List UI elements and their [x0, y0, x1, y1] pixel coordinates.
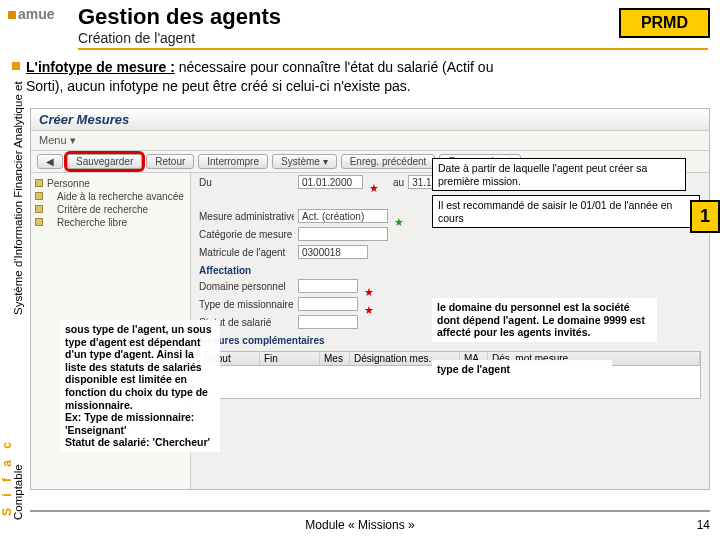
tree-item-3[interactable]: Recherche libre — [35, 216, 186, 229]
folder-icon — [35, 179, 43, 187]
matricule-label: Matricule de l'agent — [199, 247, 294, 258]
categ-label: Catégorie de mesure — [199, 229, 294, 240]
annotation-domaine: le domaine du personnel est la société d… — [432, 298, 657, 342]
mesure-label: Mesure administrative — [199, 211, 294, 222]
grid-col-3: Mes — [320, 352, 350, 365]
missionnaire-input[interactable] — [298, 297, 358, 311]
sap-window-title: Créer Mesures — [31, 109, 709, 131]
categ-input[interactable] — [298, 227, 388, 241]
save-button[interactable]: Sauvegarder — [67, 154, 142, 169]
bullet-text-2: Sorti), aucun infotype ne peut être créé… — [26, 78, 411, 94]
tree-label: Critère de recherche — [57, 204, 148, 215]
prmd-badge: PRMD — [619, 8, 710, 38]
au-label: au — [393, 177, 404, 188]
du-label: Du — [199, 177, 294, 188]
matricule-input[interactable]: 0300018 — [298, 245, 368, 259]
bullet-strong: L'infotype de mesure : — [26, 59, 175, 75]
tree-item-2[interactable]: Critère de recherche — [35, 203, 186, 216]
callout-tag: 1 — [690, 200, 720, 233]
folder-icon — [35, 192, 43, 200]
tree-label: Recherche libre — [57, 217, 127, 228]
footer-rule — [30, 510, 710, 512]
salarie-input[interactable] — [298, 315, 358, 329]
annotation-reco: Il est recommandé de saisir le 01/01 de … — [432, 195, 700, 228]
grid-col-2: Fin — [260, 352, 320, 365]
systeme-button[interactable]: Système ▾ — [272, 154, 337, 169]
tree-label: Aide à la recherche avancée — [57, 191, 184, 202]
folder-icon — [35, 205, 43, 213]
interrompre-button[interactable]: Interrompre — [198, 154, 268, 169]
domaine-label: Domaine personnel — [199, 281, 294, 292]
tree-label: Personne — [47, 178, 90, 189]
annotation-date: Date à partir de laquelle l'agent peut c… — [432, 158, 686, 191]
tree-root[interactable]: Personne — [35, 177, 186, 190]
missionnaire-label: Type de missionnaire — [199, 299, 294, 310]
tree-item-1[interactable]: Aide à la recherche avancée — [35, 190, 186, 203]
sidebar-comptable: Comptable — [12, 464, 24, 520]
back-button[interactable]: ◀ — [37, 154, 63, 169]
section-affectation: Affectation — [191, 261, 709, 277]
prev-record-button[interactable]: Enreg. précédent — [341, 154, 436, 169]
footer-module: Module « Missions » — [0, 518, 720, 532]
page-subtitle: Création de l'agent — [78, 30, 708, 50]
retour-button[interactable]: Retour — [146, 154, 194, 169]
sap-menubar[interactable]: Menu ▾ — [31, 131, 709, 151]
folder-icon — [35, 218, 43, 226]
main-bullet: L'infotype de mesure : nécessaire pour c… — [26, 58, 710, 96]
page-number: 14 — [697, 518, 710, 532]
sidebar-desc: Système d'Information Financier Analytiq… — [12, 0, 24, 315]
domaine-input[interactable] — [298, 279, 358, 293]
annotation-type-agent: type de l'agent — [432, 360, 612, 379]
annotation-left: sous type de l'agent, un sous type d'age… — [60, 320, 220, 452]
bullet-text-1: nécessaire pour connaître l'état du sala… — [175, 59, 494, 75]
mesure-input[interactable]: Act. (création) — [298, 209, 388, 223]
du-input[interactable]: 01.01.2000 — [298, 175, 363, 189]
